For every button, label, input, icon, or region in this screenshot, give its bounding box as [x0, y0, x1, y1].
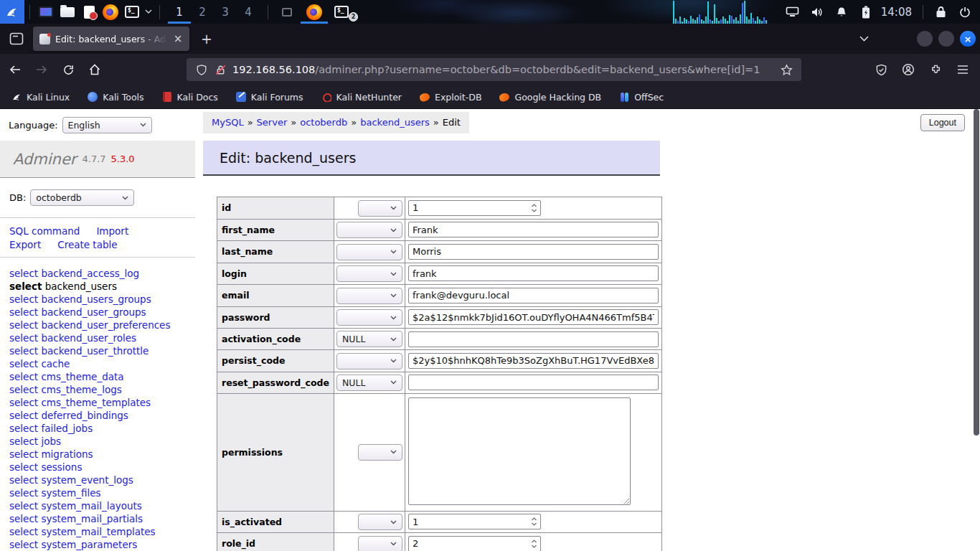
permissions-textarea[interactable] [408, 397, 631, 505]
select-link-system_mail_partials[interactable]: select [9, 513, 38, 524]
bookmark-kali-linux[interactable]: Kali Linux [7, 89, 73, 105]
volume-indicator[interactable] [805, 0, 829, 24]
bookmark-exploit-db[interactable]: Exploit-DB [415, 89, 485, 105]
logout-button[interactable]: Logout [920, 114, 965, 131]
value-input-last_name[interactable] [408, 244, 659, 260]
function-select[interactable] [336, 288, 402, 304]
table-link-backend_user_throttle[interactable]: backend_user_throttle [41, 345, 149, 357]
import-link[interactable]: Import [96, 225, 128, 237]
table-link-sessions[interactable]: sessions [41, 461, 82, 473]
text-editor-launcher[interactable] [78, 0, 100, 24]
select-link-deferred_bindings[interactable]: select [9, 410, 38, 421]
reload-button[interactable] [57, 58, 80, 81]
table-link-system_mail_partials[interactable]: system_mail_partials [41, 513, 143, 524]
number-spinner[interactable] [531, 203, 537, 215]
firefox-launcher[interactable] [100, 0, 121, 24]
window-button-terminal[interactable]: $_ 2 [328, 0, 355, 24]
shield-check-button[interactable] [870, 58, 892, 81]
export-link[interactable]: Export [9, 239, 41, 250]
breadcrumb-item-mysql[interactable]: MySQL [212, 117, 244, 128]
logout-power-button[interactable] [953, 0, 977, 24]
select-link-failed_jobs[interactable]: select [9, 423, 38, 434]
terminal-launcher[interactable]: $_ [121, 0, 143, 24]
function-select[interactable] [358, 444, 402, 461]
launcher-menu-arrow[interactable] [143, 0, 154, 24]
value-input-reset_password_code[interactable] [408, 375, 659, 390]
value-input-password[interactable] [408, 309, 659, 325]
insecure-lock-icon[interactable] [211, 60, 230, 79]
select-link-sessions[interactable]: select [9, 461, 38, 473]
value-input-first_name[interactable] [408, 222, 659, 237]
select-link-migrations[interactable]: select [9, 448, 38, 460]
list-all-tabs-button[interactable] [854, 29, 874, 49]
function-select[interactable] [336, 309, 402, 326]
vertical-scrollbar[interactable] [974, 109, 979, 435]
select-link-cms_theme_data[interactable]: select [9, 371, 38, 382]
select-link-backend_user_preferences[interactable]: select [9, 319, 38, 331]
table-link-deferred_bindings[interactable]: deferred_bindings [41, 410, 128, 421]
select-link-backend_users_groups[interactable]: select [9, 293, 38, 305]
number-spinner[interactable] [531, 539, 537, 551]
select-link-system_event_logs[interactable]: select [9, 474, 38, 486]
window-maximize-button[interactable] [938, 31, 954, 47]
notifications-indicator[interactable] [829, 0, 854, 24]
desktop-launcher[interactable] [35, 0, 57, 24]
table-link-backend_user_groups[interactable]: backend_user_groups [41, 306, 146, 318]
cpu-graph[interactable] [673, 0, 773, 24]
workspace-button-1[interactable]: 1 [168, 0, 191, 24]
table-link-system_parameters[interactable]: system_parameters [41, 539, 137, 550]
table-link-backend_access_log[interactable]: backend_access_log [41, 268, 139, 279]
select-link-backend_access_log[interactable]: select [9, 268, 38, 279]
function-select[interactable] [336, 222, 402, 238]
window-minimize-button[interactable] [917, 31, 933, 47]
kali-menu-button[interactable] [0, 0, 24, 24]
create-table-link[interactable]: Create table [57, 239, 117, 250]
select-link-backend_users[interactable]: select [9, 281, 42, 292]
new-tab-button[interactable]: + [197, 29, 217, 49]
select-link-system_files[interactable]: select [9, 487, 38, 499]
function-select[interactable] [358, 514, 402, 530]
breadcrumb-item-backend_users[interactable]: backend_users [360, 117, 430, 128]
table-link-system_mail_layouts[interactable]: system_mail_layouts [41, 500, 141, 512]
sql-command-link[interactable]: SQL command [9, 225, 80, 237]
table-link-cms_theme_data[interactable]: cms_theme_data [41, 371, 123, 382]
window-button-desktop[interactable] [273, 0, 301, 24]
table-link-backend_user_preferences[interactable]: backend_user_preferences [41, 319, 170, 331]
table-link-system_mail_templates[interactable]: system_mail_templates [41, 526, 155, 537]
select-link-cms_theme_templates[interactable]: select [9, 397, 38, 408]
workspace-button-2[interactable]: 2 [191, 0, 214, 24]
file-manager-launcher[interactable] [57, 0, 78, 24]
function-select[interactable] [336, 244, 402, 260]
workspace-button-3[interactable]: 3 [214, 0, 237, 24]
select-link-cms_theme_logs[interactable]: select [9, 384, 38, 395]
value-input-login[interactable] [408, 265, 659, 281]
value-input-is_activated[interactable] [408, 514, 541, 529]
table-link-cms_theme_logs[interactable]: cms_theme_logs [41, 384, 121, 395]
function-select[interactable]: NULL [336, 331, 402, 347]
select-link-system_mail_templates[interactable]: select [9, 526, 38, 537]
bookmark-offsec[interactable]: OffSec [615, 89, 667, 105]
table-link-cache[interactable]: cache [41, 358, 70, 369]
select-link-system_mail_layouts[interactable]: select [9, 500, 38, 512]
number-spinner[interactable] [531, 517, 537, 529]
window-button-firefox[interactable] [301, 0, 328, 24]
bookmark-google-hacking-db[interactable]: Google Hacking DB [495, 89, 605, 105]
home-button[interactable] [83, 58, 106, 81]
function-select[interactable] [358, 536, 402, 551]
bookmark-star-icon[interactable] [777, 60, 796, 79]
window-close-button[interactable]: × [960, 31, 976, 47]
table-link-backend_user_roles[interactable]: backend_user_roles [41, 332, 136, 344]
function-select[interactable] [358, 200, 402, 217]
function-select[interactable]: NULL [336, 375, 402, 391]
db-select[interactable]: octoberdb [30, 189, 134, 206]
clock[interactable]: 14:08 [881, 6, 912, 19]
account-button[interactable] [897, 58, 920, 81]
value-input-email[interactable] [408, 288, 659, 303]
bookmark-kali-docs[interactable]: Kali Docs [158, 89, 222, 105]
network-indicator[interactable] [781, 0, 805, 24]
value-input-id[interactable] [408, 200, 541, 216]
firefox-view-button[interactable] [6, 28, 27, 50]
table-link-jobs[interactable]: jobs [41, 435, 61, 447]
forward-button[interactable] [30, 58, 53, 81]
bookmark-kali-forums[interactable]: Kali Forums [232, 89, 307, 105]
